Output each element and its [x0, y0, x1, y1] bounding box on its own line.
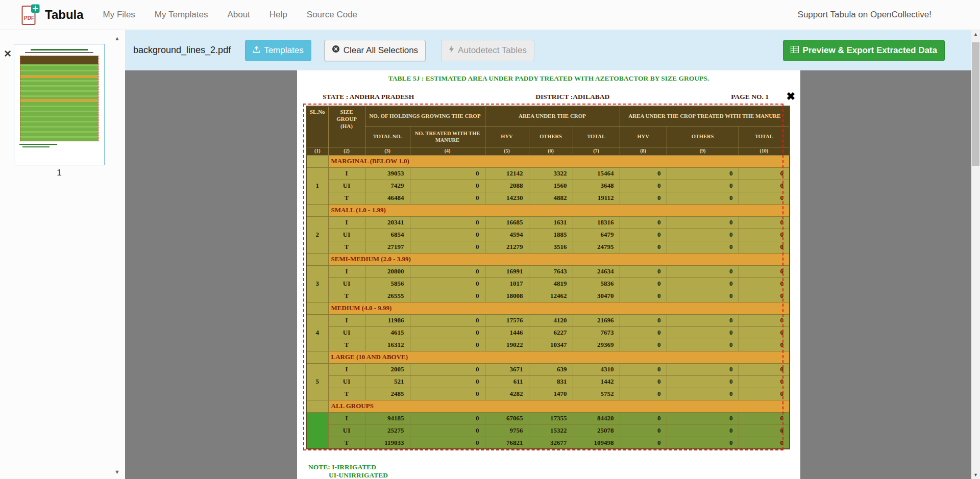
header-cell: (9): [667, 147, 739, 155]
table-row: T265550180081246230470000: [306, 290, 790, 302]
tabula-logo-icon[interactable]: PDF: [21, 4, 40, 26]
table-cell: 7673: [573, 326, 620, 339]
table-cell: 0: [410, 265, 485, 278]
thumbnail-title-line: [31, 49, 88, 51]
group-band-row: MEDIUM (4.0 - 9.99): [306, 302, 790, 314]
thumbnail-scroll-up-icon[interactable]: ▲: [114, 35, 120, 41]
table-cell: 4282: [485, 388, 529, 400]
table-cell: 0: [739, 167, 790, 180]
table-cell: 39053: [365, 167, 410, 180]
table-cell: 12142: [485, 167, 529, 180]
nav-links: My Files My Templates About Help Source …: [103, 10, 357, 20]
group-band-row: LARGE (10 AND ABOVE): [306, 351, 790, 363]
clear-all-selections-button[interactable]: Clear All Selections: [324, 40, 426, 61]
pdf-table-title: TABLE 5J : ESTIMATED AREA UNDER PADDY TR…: [297, 74, 800, 83]
table-cell: 17355: [529, 412, 573, 424]
table-cell: 29369: [573, 339, 620, 351]
table-cell: 0: [667, 424, 739, 437]
header-cell: (6): [529, 147, 573, 155]
clear-circle-x-icon: [332, 45, 340, 56]
table-cell: 0: [410, 339, 485, 351]
nav-item-my-files[interactable]: My Files: [103, 10, 135, 20]
table-row: UI68540459418856479000: [306, 229, 790, 241]
table-cell: 0: [410, 216, 485, 229]
sl-number-cell: 3: [306, 265, 328, 302]
table-cell: 0: [739, 375, 790, 388]
svg-text:PDF: PDF: [24, 15, 34, 21]
table-cell: 0: [739, 339, 790, 351]
table-row: T46484014230488219112000: [306, 192, 790, 204]
table-cell: 0: [739, 363, 790, 375]
nav-item-about[interactable]: About: [227, 10, 250, 20]
header-cell: OTHERS: [667, 127, 739, 147]
header-cell: NO. OF HOLDINGS GROWING THE CROP: [365, 106, 485, 127]
thumbnail-scroll-down-icon[interactable]: ▼: [114, 469, 120, 475]
scrollbar-up-icon[interactable]: ▲: [971, 30, 980, 38]
table-cell: 0: [620, 388, 667, 400]
page-thumbnail[interactable]: [14, 44, 105, 165]
table-cell: 0: [410, 180, 485, 192]
table-cell: 0: [620, 437, 667, 449]
preview-export-button[interactable]: Preview & Export Extracted Data: [783, 40, 945, 61]
table-grid-icon: [791, 45, 799, 56]
table-cell: T: [328, 437, 365, 449]
nav-item-help[interactable]: Help: [270, 10, 287, 20]
scrollbar-thumb[interactable]: [972, 42, 979, 166]
table-cell: 0: [667, 180, 739, 192]
table-row: T24850428214705752000: [306, 388, 790, 400]
header-cell: AREA UNDER THE CROP TREATED WITH THE MAN…: [620, 106, 790, 127]
table-cell: 25275: [365, 424, 410, 437]
sl-number-cell: 5: [306, 363, 328, 400]
table-cell: 0: [410, 424, 485, 437]
table-cell: 6479: [573, 229, 620, 241]
nav-item-source-code[interactable]: Source Code: [307, 10, 357, 20]
table-row: 4I11986017576412021696000: [306, 314, 790, 326]
close-icon[interactable]: ×: [4, 47, 11, 60]
table-cell: 20341: [365, 216, 410, 229]
table-cell: UI: [328, 375, 365, 388]
table-cell: 0: [620, 424, 667, 437]
table-cell: 109498: [573, 437, 620, 449]
table-cell: 0: [620, 180, 667, 192]
table-cell: I: [328, 167, 365, 180]
group-label: SEMI-MEDIUM (2.0 - 3.99): [328, 253, 790, 265]
thumbnail-table-header: [20, 56, 99, 64]
table-cell: 4120: [529, 314, 573, 326]
table-cell: 17576: [485, 314, 529, 326]
autodetect-tables-button[interactable]: Autodetect Tables: [441, 40, 534, 61]
pdf-page[interactable]: TABLE 5J : ESTIMATED AREA UNDER PADDY TR…: [297, 70, 800, 479]
table-cell: [306, 204, 328, 216]
pdf-note: NOTE: I-IRRIGATED UI-UNIRRIGATED: [308, 463, 388, 479]
table-cell: 4819: [529, 278, 573, 290]
table-cell: 0: [739, 388, 790, 400]
table-cell: 14230: [485, 192, 529, 204]
table-cell: 67065: [485, 412, 529, 424]
table-cell: UI: [328, 424, 365, 437]
toolbar: background_lines_2.pdf Templates Clear A…: [125, 30, 971, 70]
table-row: UI25275097561532225078000: [306, 424, 790, 437]
group-band-row: SEMI-MEDIUM (2.0 - 3.99): [306, 253, 790, 265]
nav-item-my-templates[interactable]: My Templates: [155, 10, 208, 20]
window-scrollbar[interactable]: ▲ ▼: [971, 30, 980, 479]
table-cell: 3671: [485, 363, 529, 375]
remove-page-icon[interactable]: ✖: [786, 91, 795, 102]
sl-number-cell: 1: [306, 167, 328, 204]
group-label: MARGINAL (BELOW 1.0): [328, 155, 790, 167]
table-cell: UI: [328, 229, 365, 241]
brand-title[interactable]: Tabula: [45, 8, 84, 22]
header-cell: (2): [328, 147, 365, 155]
table-cell: 0: [739, 424, 790, 437]
table-cell: 26555: [365, 290, 410, 302]
table-cell: I: [328, 216, 365, 229]
table-cell: 0: [410, 363, 485, 375]
table-cell: T: [328, 388, 365, 400]
table-cell: 119033: [365, 437, 410, 449]
header-cell: TOTAL: [573, 127, 620, 147]
scrollbar-down-icon[interactable]: ▼: [971, 471, 980, 479]
templates-button[interactable]: Templates: [245, 40, 311, 61]
header-row-groups: SL.No SIZE GROUP (HA) NO. OF HOLDINGS GR…: [306, 106, 790, 127]
table-cell: 0: [410, 278, 485, 290]
table-cell: 0: [667, 437, 739, 449]
table-cell: 0: [620, 339, 667, 351]
support-link[interactable]: Support Tabula on OpenCollective!: [798, 10, 932, 20]
